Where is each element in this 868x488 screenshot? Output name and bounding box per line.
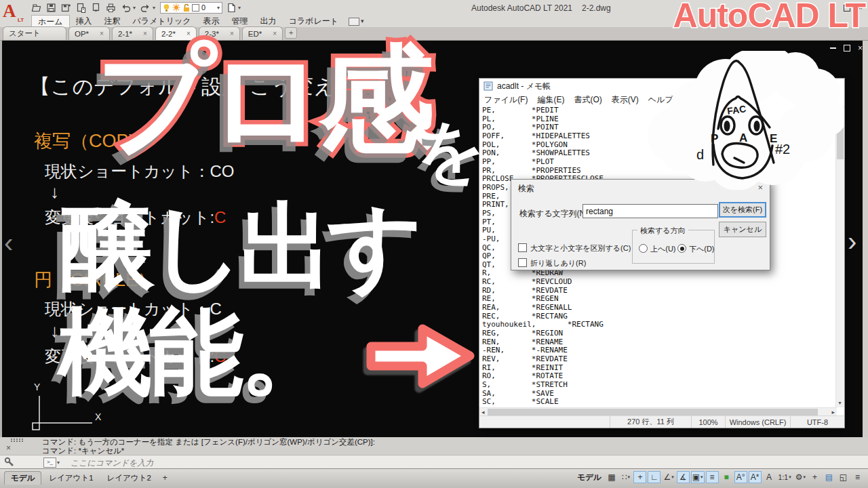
menu-edit[interactable]: 編集(E): [532, 94, 569, 106]
find-next-button[interactable]: 次を検索(F): [719, 202, 766, 218]
save-to-web-icon[interactable]: [91, 3, 101, 13]
scroll-left-icon[interactable]: ◂: [481, 409, 485, 415]
dwg-minimize-icon[interactable]: [830, 47, 836, 49]
new-sheet-icon[interactable]: [227, 3, 236, 13]
autocad-logo-icon[interactable]: A LT: [3, 1, 27, 28]
screen: A LT ▾ ▾ 0 ▾ ▾ Autodesk AutoCAD LT 20212…: [0, 0, 868, 488]
object-snap-icon[interactable]: ▣▾: [691, 471, 705, 483]
face-letter-d: d: [696, 147, 704, 162]
direction-legend: 検索する方向: [637, 226, 688, 236]
ribbon-tab-annotate[interactable]: 注釈: [98, 15, 127, 27]
redo-icon[interactable]: [140, 3, 151, 13]
hardware-acceleration-icon[interactable]: ▤: [823, 471, 835, 483]
ribbon-options-icon[interactable]: ▾: [349, 15, 364, 27]
dynamic-input-icon[interactable]: +: [633, 471, 646, 483]
new-layout-icon[interactable]: +: [159, 473, 172, 483]
menu-format[interactable]: 書式(O): [569, 94, 606, 106]
right-arrow-graphic: [361, 317, 480, 392]
face-number: #2: [775, 142, 790, 157]
overlay-text-kamoshidasu: 醸し出す: [61, 199, 418, 293]
grid-icon[interactable]: ▦: [605, 471, 618, 483]
cursor-position: 270 行、11 列: [610, 416, 691, 428]
ortho-icon[interactable]: ∟: [648, 471, 660, 483]
open-from-web-icon[interactable]: [76, 3, 86, 13]
qat-customize-icon[interactable]: ▾: [238, 5, 241, 11]
ribbon-tab-view[interactable]: 表示: [197, 15, 226, 27]
save-icon[interactable]: [46, 3, 56, 13]
lineweight-icon[interactable]: ≡: [706, 471, 719, 483]
wrap-around-checkbox[interactable]: 折り返しあり(R): [518, 258, 586, 268]
command-line-panel: × コマンド: もう一方のコーナーを指定 または [フェンス(F)/ポリゴン窓(…: [0, 437, 868, 468]
layer-thaw-sun-icon: [172, 3, 180, 12]
statusbar-menu-icon[interactable]: ≡: [851, 471, 864, 483]
ribbon-tab-insert[interactable]: 挿入: [70, 15, 98, 27]
customize-wrench-icon[interactable]: [4, 457, 15, 468]
open-icon[interactable]: [31, 3, 41, 13]
scroll-down-icon[interactable]: ▼: [837, 401, 842, 405]
tab-layout1[interactable]: レイアウト1: [43, 472, 99, 485]
match-case-checkbox[interactable]: 大文字と小文字を区別する(C): [518, 243, 631, 253]
command-grip-handle[interactable]: [11, 439, 23, 442]
tab-layout2[interactable]: レイアウト2: [101, 472, 157, 485]
ucs-x-label: X: [95, 411, 102, 422]
cancel-button[interactable]: キャンセル: [719, 222, 766, 237]
layer-on-bulb-icon: [163, 3, 170, 12]
object-snap-tracking-icon[interactable]: ∡: [677, 471, 690, 483]
pan-right-chevron-icon[interactable]: ›: [848, 226, 856, 257]
zoom-level: 100%: [691, 416, 725, 428]
tab-model[interactable]: モデル: [4, 471, 41, 485]
radio-down[interactable]: 下へ(D): [677, 244, 715, 254]
ribbon-tab-collaborate[interactable]: コラボレート: [283, 15, 344, 27]
scroll-right-icon[interactable]: ▸: [831, 409, 835, 415]
annotation-icon[interactable]: A: [763, 471, 776, 483]
logo-lt: LT: [18, 17, 24, 23]
command-close-icon[interactable]: ×: [6, 443, 11, 453]
command-prompt-icon[interactable]: >_: [43, 458, 56, 468]
plot-icon[interactable]: [106, 3, 116, 13]
face-letter-p: P: [711, 132, 718, 145]
command-dropdown-icon[interactable]: ▾: [57, 460, 60, 466]
undo-dropdown-icon[interactable]: ▾: [133, 5, 136, 11]
clean-screen-icon[interactable]: ◱: [837, 471, 850, 483]
annotation-scale-button[interactable]: 1:1▾: [777, 471, 793, 483]
find-input[interactable]: [583, 204, 718, 218]
layout-tabs: モデル レイアウト1 レイアウト2 +: [4, 471, 172, 485]
annotation-autoscale-icon[interactable]: A*: [749, 471, 762, 483]
layer-name: 0: [201, 3, 205, 12]
annotation-visibility-icon[interactable]: A°: [734, 471, 747, 483]
file-tab-start[interactable]: スタート: [3, 26, 66, 40]
quick-access-toolbar: ▾ ▾ 0 ▾ ▾: [31, 1, 241, 14]
face-doodle: FAC P A E d #2: [634, 51, 844, 190]
ribbon-tab-output[interactable]: 出力: [254, 15, 283, 27]
layer-dropdown-icon: ▾: [217, 5, 220, 11]
notepad-icon: [484, 81, 493, 91]
layer-dropdown[interactable]: 0 ▾: [160, 2, 222, 14]
window-title: Autodesk AutoCAD LT 20212-2.dwg: [471, 3, 620, 13]
line-ending: Windows (CRLF): [725, 416, 790, 428]
pan-left-chevron-icon[interactable]: ‹: [4, 228, 13, 258]
ribbon-tab-manage[interactable]: 管理: [226, 15, 254, 27]
face-letter-a: A: [739, 131, 747, 144]
radio-up[interactable]: 上へ(U): [639, 244, 676, 254]
undo-icon[interactable]: [121, 3, 131, 13]
redo-dropdown-icon[interactable]: ▾: [153, 5, 155, 11]
layer-unlock-icon: [182, 3, 190, 12]
dwg-restore-icon[interactable]: [844, 45, 850, 52]
snap-icon[interactable]: ∷▾: [619, 471, 632, 483]
notepad-statusbar: 270 行、11 列 100% Windows (CRLF) UTF-8: [479, 415, 844, 428]
command-input-row[interactable]: >_ ▾ ここにコマンドを入力: [0, 455, 868, 468]
menu-file[interactable]: ファイル(F): [479, 94, 532, 106]
ribbon-tab-home[interactable]: ホーム: [31, 15, 70, 27]
transparency-icon[interactable]: ■: [720, 471, 733, 483]
workspace-gear-icon[interactable]: ⚙▾: [794, 471, 807, 483]
app-statusbar: モデル レイアウト1 レイアウト2 + モデル ▦ ∷▾ + ∟ ∠▾ ∡ ▣▾…: [0, 468, 868, 488]
dwg-close-icon[interactable]: ×: [858, 45, 863, 52]
ribbon-tab-parametric[interactable]: パラメトリック: [127, 15, 197, 27]
down-arrow: ↓: [50, 182, 59, 203]
model-space-button[interactable]: モデル: [577, 472, 601, 483]
command-input-placeholder[interactable]: ここにコマンドを入力: [71, 458, 153, 469]
polar-tracking-icon[interactable]: ∠▾: [662, 471, 675, 483]
customize-plus-icon[interactable]: +: [808, 471, 821, 483]
find-what-label: 検索する文字列(N):: [519, 208, 591, 220]
save-as-icon[interactable]: [61, 3, 71, 13]
